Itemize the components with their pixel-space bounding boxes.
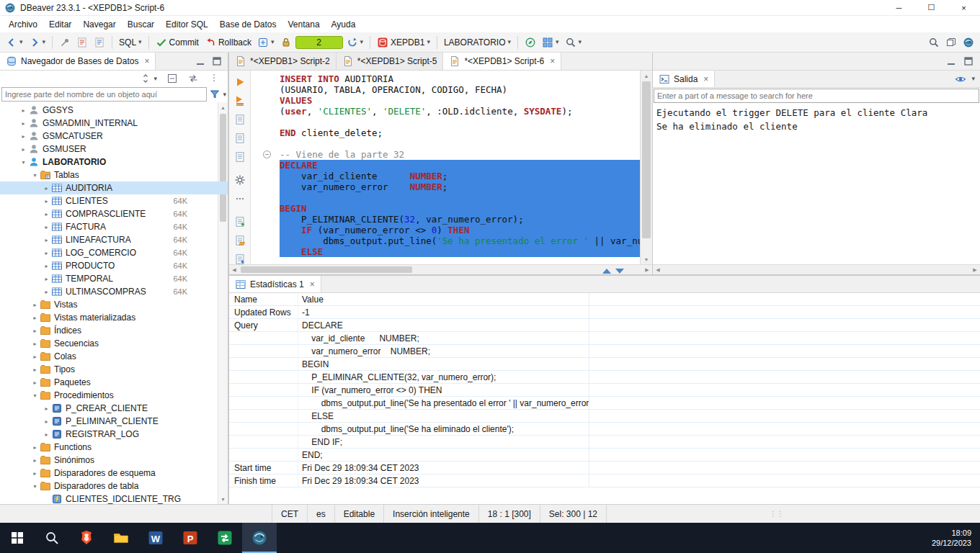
tree-item-auditoria[interactable]: ▸AUDITORIA (0, 181, 228, 194)
expander-icon[interactable]: ▾ (30, 392, 40, 399)
stats-row[interactable]: var_id_cliente NUMBER; (229, 332, 980, 345)
scroll-left-icon[interactable]: ◀ (653, 265, 663, 274)
tree-item-log-comercio[interactable]: ▸LOG_COMERCIO64K (0, 246, 228, 259)
ms-powerpoint[interactable]: P (173, 523, 208, 553)
expander-icon[interactable]: ▸ (19, 120, 28, 127)
tree-item-lineafactura[interactable]: ▸LINEAFACTURA64K (0, 233, 228, 246)
expander-icon[interactable]: ▸ (42, 185, 51, 192)
tree-item-paquetes[interactable]: ▸Paquetes (0, 376, 228, 389)
transaction-mode[interactable]: ▾ (255, 35, 277, 50)
transaction-lock[interactable] (278, 35, 294, 50)
tab-database-navigator[interactable]: Navegador de Bases de Datos × (0, 53, 156, 70)
rollback[interactable]: Rollback (202, 35, 254, 50)
menu-buscar[interactable]: Buscar (122, 17, 160, 32)
tree-item-producto[interactable]: ▸PRODUCTO64K (0, 259, 228, 272)
object-filter-input[interactable] (1, 87, 207, 102)
status-selection-info[interactable]: Sel: 300 | 12 (540, 505, 607, 523)
code-line[interactable] (251, 117, 640, 127)
open-sql-file[interactable] (232, 233, 248, 248)
stats-row[interactable]: END IF; (229, 436, 980, 449)
close-icon[interactable]: × (550, 56, 555, 66)
code-line[interactable]: DECLARE (251, 160, 640, 171)
close-button[interactable]: × (948, 0, 980, 15)
expander-icon[interactable]: ▸ (42, 263, 51, 269)
grid-view[interactable]: ▾ (540, 35, 561, 50)
expander-icon[interactable]: ▸ (30, 341, 40, 347)
panel-grip[interactable] (206, 71, 222, 86)
show-output-eye-icon[interactable] (955, 73, 966, 85)
expander-icon[interactable]: ▸ (30, 302, 40, 308)
code-line[interactable]: var_id_cliente NUMBER; (251, 171, 640, 181)
collapse-all[interactable] (164, 71, 180, 86)
expander-icon[interactable]: ▾ (19, 159, 28, 166)
query-log[interactable] (232, 150, 248, 164)
stats-row[interactable]: BEGIN (229, 358, 980, 371)
dbeaver-perspective[interactable] (961, 35, 976, 50)
expander-icon[interactable]: ▸ (42, 405, 51, 412)
expander-icon[interactable]: ▸ (30, 457, 40, 464)
output-horizontal-scrollbar[interactable]: ◀ ▶ (653, 264, 980, 274)
tree-item-disparadores-de-esquema[interactable]: ▸Disparadores de esquema (0, 467, 228, 480)
sql-code[interactable]: INSERT INTO AUDITORIA(USUARIO, TABLA, OP… (251, 71, 640, 264)
open-perspective[interactable] (943, 35, 959, 50)
code-line[interactable]: (USUARIO, TABLA, OPERACION, CODIGO, FECH… (251, 84, 640, 95)
code-line[interactable]: ELSE (251, 246, 640, 257)
fold-collapse-icon[interactable]: − (263, 150, 271, 158)
editor-horizontal-scrollbar[interactable]: ◀ ▶ (229, 264, 652, 274)
tree-item-laboratorio[interactable]: ▾LABORATORIO (0, 156, 228, 168)
stats-row[interactable]: P_ELIMINAR_CLIENTE(32, var_numero_error)… (229, 371, 980, 384)
green-app[interactable] (208, 523, 242, 553)
tree-item-p-eliminar-cliente[interactable]: ▸P_ELIMINAR_CLIENTE (0, 415, 228, 428)
code-area[interactable]: INSERT INTO AUDITORIA(USUARIO, TABLA, OP… (251, 71, 652, 264)
stats-row[interactable]: Start timeFri Dec 29 18:09:34 CET 2023 (229, 462, 980, 475)
code-line[interactable] (251, 138, 640, 149)
ms-word[interactable]: W (138, 523, 173, 553)
expander-icon[interactable]: ▸ (42, 211, 51, 217)
collapse-up-icon[interactable] (602, 269, 611, 274)
close-icon[interactable]: × (703, 74, 708, 84)
expander-icon[interactable]: ▸ (30, 315, 40, 321)
stats-row[interactable]: ELSE (229, 410, 980, 423)
expander-icon[interactable]: ▸ (42, 276, 51, 282)
menu-archivo[interactable]: Archivo (3, 17, 43, 32)
expander-icon[interactable]: ▸ (30, 444, 40, 451)
stats-row[interactable]: dbms_output.put_line('Se ha eliminado el… (229, 423, 980, 436)
statement-list[interactable] (232, 131, 248, 145)
tree-item-clientes[interactable]: ▸CLIENTES64K (0, 194, 228, 207)
scroll-right-icon[interactable]: ▶ (970, 265, 980, 274)
tree-item-ndices[interactable]: ▸Índices (0, 324, 228, 337)
global-search[interactable] (926, 35, 942, 50)
status-caret-position[interactable]: 18 : 1 [300] (479, 505, 540, 523)
code-line[interactable]: (user, 'CLIENTES', 'DELETE', :OLD.idclie… (251, 106, 640, 117)
editor-vertical-scrollbar[interactable]: ▲ ▼ (640, 71, 652, 264)
code-line[interactable]: dbms_output.put_line('Se ha presentado e… (251, 235, 640, 246)
tree-item-functions[interactable]: ▸Functions (0, 441, 228, 454)
menu-ayuda[interactable]: Ayuda (326, 17, 362, 32)
menu-base-de-datos[interactable]: Base de Datos (214, 17, 282, 32)
start-button[interactable] (0, 523, 35, 553)
more-actions[interactable] (232, 192, 248, 206)
explain-plan[interactable] (232, 112, 248, 127)
new-script-red[interactable] (74, 35, 90, 50)
expander-icon[interactable]: ▸ (30, 379, 40, 386)
network-browser[interactable] (522, 35, 538, 50)
expander-icon[interactable]: ▾ (30, 172, 40, 179)
execute-script[interactable] (232, 94, 248, 108)
output-console[interactable]: Ejecutando el trigger DELETE para el cli… (653, 104, 980, 264)
filter-caret-down-icon[interactable]: ▾ (223, 91, 226, 98)
tree-item-colas[interactable]: ▸Colas (0, 350, 228, 363)
collapse-down-icon[interactable] (615, 269, 624, 274)
scroll-left-icon[interactable]: ◀ (229, 265, 239, 274)
expander-icon[interactable]: ▸ (42, 431, 51, 438)
code-line[interactable]: var_numero_error NUMBER; (251, 181, 640, 192)
tree-item-procedimientos[interactable]: ▾Procedimientos (0, 389, 228, 402)
execute-statement[interactable] (232, 75, 248, 89)
caret-down-icon[interactable]: ▾ (971, 76, 975, 82)
taskbar-clock[interactable]: 18:0929/12/2023 (932, 523, 980, 553)
editor-tab-2[interactable]: *<XEPDB1> Script-5 (337, 53, 444, 70)
maximize-view-icon[interactable] (211, 55, 223, 67)
expander-icon[interactable]: ▸ (19, 146, 28, 153)
connection-selector[interactable]: XEPDB1▾ (375, 35, 432, 50)
output-search-input[interactable] (654, 89, 979, 103)
expander-icon[interactable]: ▸ (42, 250, 51, 256)
